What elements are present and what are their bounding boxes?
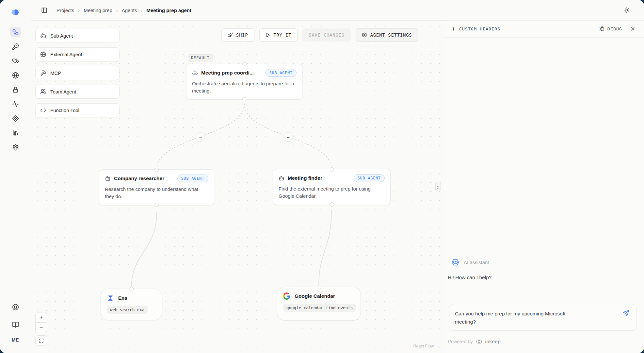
plus-icon (451, 26, 456, 31)
palette-item-label: Team Agent (50, 89, 76, 94)
breadcrumb-separator: › (141, 8, 142, 13)
assistant-label-row: AI assistant (451, 258, 636, 267)
breadcrumb-item-meeting-prep[interactable]: Meeting prep (84, 8, 112, 13)
node-handle[interactable] (154, 203, 159, 207)
custom-headers-button[interactable]: CUSTOM HEADERS (451, 26, 500, 31)
assistant-label: AI assistant (464, 260, 489, 265)
rocket-icon (228, 32, 233, 38)
save-changes-button[interactable]: SAVE CHANGES (302, 28, 351, 42)
palette-item-external-agent[interactable]: External Agent (35, 47, 120, 61)
breadcrumb: Projects › Meeting prep › Agents › Meeti… (56, 8, 191, 13)
breadcrumb-item-agents[interactable]: Agents (122, 8, 137, 13)
library-icon (12, 129, 19, 136)
palette-item-function-tool[interactable]: Function Tool (35, 103, 120, 117)
send-icon (623, 310, 629, 316)
zoom-controls: + − (35, 312, 47, 346)
node-handle[interactable] (242, 97, 247, 101)
palette-item-label: MCP (50, 70, 61, 76)
theme-toggle-button[interactable] (624, 7, 630, 13)
tool-node-exa[interactable]: Exa web_search_exa (101, 289, 162, 320)
rail-item-globe[interactable] (10, 70, 21, 80)
play-icon (266, 33, 270, 38)
chat-scroll-area[interactable] (443, 38, 644, 258)
component-icon (12, 115, 19, 122)
palette-item-label: Function Tool (50, 108, 79, 113)
assistant-message: Hi! How can I help? (448, 275, 636, 280)
palette-item-mcp[interactable]: MCP (35, 66, 120, 80)
life-buoy-icon (12, 304, 19, 311)
ship-button[interactable]: SHIP (221, 28, 254, 42)
try-it-button[interactable]: TRY IT (259, 28, 298, 42)
bot-icon (279, 175, 284, 181)
rail-item-help[interactable] (10, 302, 21, 312)
close-icon (630, 26, 636, 32)
palette-item-team-agent[interactable]: Team Agent (35, 85, 120, 99)
sidebar-toggle-button[interactable] (41, 7, 47, 13)
zoom-in-button[interactable]: + (35, 312, 47, 323)
agent-node-meeting-finder[interactable]: Meeting finder SUB AGENT Find the extern… (273, 169, 391, 205)
panel-footer: Powered by inkeep (448, 339, 636, 345)
breadcrumb-separator: › (116, 8, 118, 13)
react-flow-attribution: React Flow (413, 344, 434, 348)
rail-item-components[interactable] (10, 113, 21, 123)
users-icon (40, 89, 46, 95)
inkeep-brand-link[interactable]: inkeep (485, 339, 501, 345)
node-handle[interactable] (317, 285, 321, 289)
node-description: Find the external meeting to prep for us… (279, 185, 385, 200)
code-icon (40, 107, 46, 113)
node-title: Meeting prep coordi... (201, 70, 254, 76)
tool-tag: web_search_exa (107, 306, 148, 314)
lock-icon (12, 86, 19, 93)
workflow-icon (12, 29, 19, 36)
inkeep-logo-icon (10, 8, 20, 16)
activity-icon (12, 101, 19, 108)
tags-icon (12, 58, 19, 64)
agent-node-company-researcher[interactable]: Company researcher SUB AGENT Research th… (99, 169, 214, 205)
rail-item-docs[interactable] (10, 320, 21, 329)
close-panel-button[interactable] (630, 26, 636, 32)
node-title: Exa (118, 295, 127, 301)
book-open-icon (12, 321, 19, 328)
top-bar: Projects › Meeting prep › Agents › Meeti… (31, 0, 644, 21)
exa-logo-icon (107, 294, 114, 302)
node-handle[interactable] (330, 202, 334, 207)
rail-item-workflow[interactable] (10, 27, 21, 37)
node-handle[interactable] (129, 287, 134, 291)
rail-item-key[interactable] (10, 42, 21, 51)
default-agent-tag: DEFAULT (188, 54, 213, 61)
agent-node-coordinator[interactable]: Meeting prep coordi... SUB AGENT Orchest… (186, 64, 302, 100)
breadcrumb-item-projects[interactable]: Projects (56, 8, 74, 13)
node-handle[interactable] (330, 167, 334, 172)
tool-node-google-calendar[interactable]: Google Calendar google_calendar_find_eve… (277, 287, 361, 321)
breadcrumb-separator: › (78, 8, 80, 13)
node-handle[interactable] (154, 168, 159, 172)
rail-item-tags[interactable] (10, 56, 21, 66)
globe-icon (12, 72, 19, 79)
globe-icon (40, 51, 46, 58)
rail-item-traces[interactable] (10, 99, 21, 109)
grip-dots-icon (437, 184, 440, 189)
rail-item-library[interactable] (10, 128, 21, 138)
zoom-out-button[interactable]: − (35, 323, 47, 333)
fit-view-button[interactable] (35, 335, 47, 346)
palette-item-sub-agent[interactable]: Sub Agent (35, 29, 120, 43)
inkeep-mark-icon (475, 339, 483, 344)
panel-resize-handle[interactable] (435, 182, 441, 191)
node-palette: Sub Agent External Agent MCP Team Agent … (35, 29, 120, 117)
node-title: Google Calendar (295, 293, 335, 299)
debug-button[interactable]: DEBUG (599, 26, 622, 31)
bug-icon (599, 26, 604, 31)
hammer-icon (40, 70, 46, 76)
agent-settings-button[interactable]: AGENT SETTINGS (356, 28, 418, 42)
rail-item-settings[interactable] (10, 142, 21, 152)
user-avatar[interactable]: ME (12, 337, 19, 343)
chat-input[interactable]: Can you help me prep for my upcoming Mic… (455, 310, 582, 326)
send-button[interactable] (623, 310, 629, 316)
try-it-panel: CUSTOM HEADERS DEBUG AI assistant Hi! Ho… (443, 20, 644, 353)
rail-item-credentials[interactable] (10, 85, 21, 94)
node-handle[interactable] (242, 62, 247, 66)
gear-icon (362, 32, 367, 38)
flow-canvas[interactable]: → → Sub Agent External Agent MCP Team Ag… (31, 20, 443, 353)
gear-icon (12, 144, 19, 151)
app-window: ME Projects › Meeting prep › Agents › Me… (0, 0, 644, 353)
